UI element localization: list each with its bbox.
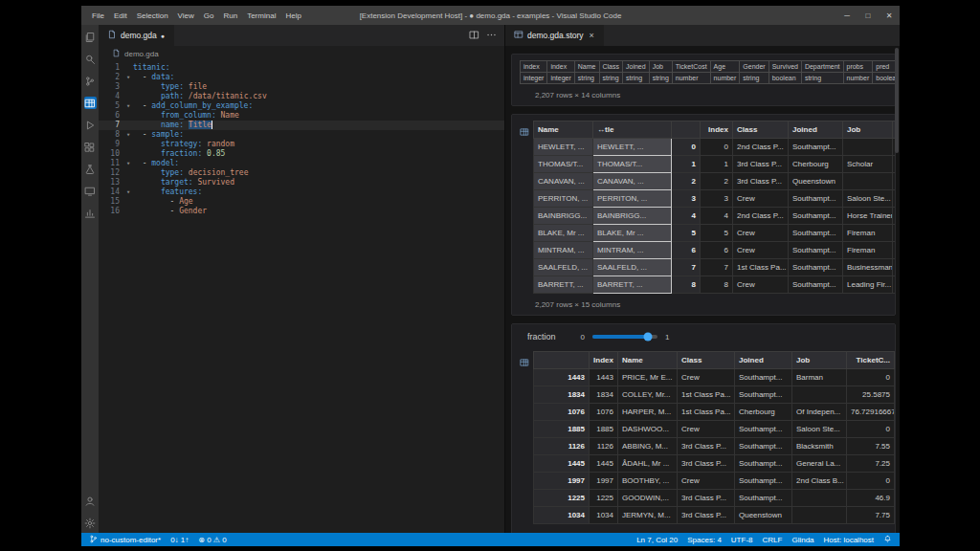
column-header[interactable]: Class: [678, 352, 735, 369]
table-row[interactable]: HEWLETT, ...HEWLETT, ...002nd Class P...…: [534, 139, 897, 156]
line-number[interactable]: 3: [99, 82, 123, 92]
fold-icon[interactable]: ▾: [123, 101, 133, 111]
line-number[interactable]: 5: [99, 101, 123, 111]
output-icon[interactable]: [84, 207, 97, 219]
column-header[interactable]: Name: [618, 352, 678, 369]
account-icon[interactable]: [84, 495, 97, 507]
table-row[interactable]: SAALFELD, ...SAALFELD, ...771st Class Pa…: [534, 259, 897, 276]
column-header[interactable]: Joined: [789, 121, 843, 139]
column-header[interactable]: Class: [733, 121, 789, 139]
menu-file[interactable]: File: [87, 11, 109, 20]
column-header[interactable]: Job: [792, 352, 847, 369]
menu-run[interactable]: Run: [218, 11, 242, 20]
table-row[interactable]: 14451445ÅDAHL, Mr ...3rd Class P...South…: [534, 455, 897, 473]
line-number[interactable]: 10: [99, 149, 123, 159]
more-actions-icon[interactable]: [486, 27, 497, 44]
column-header[interactable]: Job: [843, 121, 893, 139]
cursor-position[interactable]: Ln 7, Col 20: [636, 536, 678, 544]
table-row[interactable]: BLAKE, Mr ...BLAKE, Mr ...55CrewSouthamp…: [534, 225, 897, 242]
code-line-7[interactable]: 7 name: Title: [99, 121, 504, 130]
column-header[interactable]: [672, 121, 701, 139]
code-line-1[interactable]: 1titanic:: [99, 63, 504, 73]
testing-icon[interactable]: [84, 163, 97, 175]
notifications-bell[interactable]: [883, 535, 892, 545]
code-line-6[interactable]: 6 from_column: Name: [99, 111, 504, 121]
menu-edit[interactable]: Edit: [109, 11, 132, 20]
table-row[interactable]: BAINBRIGG...BAINBRIGG...442nd Class P...…: [534, 208, 897, 225]
source-control-icon[interactable]: [84, 75, 97, 87]
indentation[interactable]: Spaces: 4: [687, 536, 722, 544]
line-number[interactable]: 16: [99, 207, 123, 216]
close-button[interactable]: ✕: [879, 6, 900, 25]
table-row[interactable]: 10761076HARPER, M...1st Class Pa...Cherb…: [534, 404, 897, 421]
table-row[interactable]: MINTRAM, ...MINTRAM, ...66CrewSouthampt.…: [534, 242, 897, 259]
slider-thumb[interactable]: [643, 333, 652, 342]
code-line-3[interactable]: 3 type: file: [99, 82, 504, 92]
webview-scrollbar[interactable]: [895, 48, 899, 153]
encoding[interactable]: UTF-8: [731, 536, 753, 544]
settings-icon[interactable]: [84, 517, 97, 529]
split-editor-icon[interactable]: [469, 27, 479, 44]
table-row[interactable]: 19971997BOOTHBY, ...CrewSouthampt...2nd …: [534, 473, 897, 490]
code-line-14[interactable]: 14▾ features:: [99, 187, 504, 197]
menu-go[interactable]: Go: [199, 11, 219, 20]
code-line-15[interactable]: 15 - Age: [99, 197, 504, 207]
column-header[interactable]: Index: [701, 121, 733, 139]
table-row[interactable]: CANAVAN, ...CANAVAN, ...223rd Class P...…: [534, 173, 897, 190]
language-mode[interactable]: Glinda: [791, 536, 813, 544]
line-number[interactable]: 2: [99, 73, 123, 82]
code-line-16[interactable]: 16 - Gender: [99, 207, 504, 216]
data-story-extension-icon[interactable]: [84, 97, 97, 109]
tab-demo-gda-story[interactable]: demo.gda.story ×: [505, 25, 604, 46]
table-row[interactable]: 18341834COLLEY, Mr...1st Class Pa...Sout…: [534, 386, 897, 404]
menu-help[interactable]: Help: [280, 11, 305, 20]
menu-terminal[interactable]: Terminal: [242, 11, 280, 20]
eol[interactable]: CRLF: [763, 536, 783, 544]
column-header[interactable]: ↔tle: [593, 121, 672, 139]
line-number[interactable]: 9: [99, 140, 123, 149]
column-header[interactable]: Name: [534, 121, 593, 139]
remote-explorer-icon[interactable]: [84, 185, 97, 197]
column-header[interactable]: A...: [895, 352, 897, 369]
table-row[interactable]: 18851885DASHWOO...CrewSouthampt...Saloon…: [534, 421, 897, 438]
fold-icon[interactable]: ▾: [123, 130, 133, 140]
fraction-slider[interactable]: [592, 335, 657, 339]
code-line-4[interactable]: 4 path: /data/titanic.csv: [99, 92, 504, 101]
table-row[interactable]: 10341034JERMYN, M...3rd Class P...Queens…: [534, 507, 897, 524]
fold-icon[interactable]: ▾: [123, 159, 133, 168]
table-row[interactable]: 12251225GOODWIN,...3rd Class P...Southam…: [534, 490, 897, 507]
line-number[interactable]: 6: [99, 111, 123, 121]
code-line-5[interactable]: 5▾ - add_column_by_example:: [99, 101, 504, 111]
run-and-debug-icon[interactable]: [84, 119, 97, 131]
close-tab-icon[interactable]: ×: [590, 31, 594, 40]
code-line-2[interactable]: 2▾ - data:: [99, 73, 504, 82]
line-number[interactable]: 11: [99, 159, 123, 168]
extensions-icon[interactable]: [84, 141, 97, 153]
line-number[interactable]: 15: [99, 197, 123, 207]
maximize-button[interactable]: □: [858, 6, 879, 25]
branch-status[interactable]: no-custom-editor*: [89, 535, 161, 545]
explorer-icon[interactable]: [84, 31, 97, 43]
sync-status[interactable]: 0↓ 1↑: [170, 536, 189, 544]
column-header[interactable]: Index: [590, 352, 618, 369]
line-number[interactable]: 14: [99, 187, 123, 197]
line-number[interactable]: 8: [99, 130, 123, 140]
table-row[interactable]: PERRITON, ...PERRITON, ...33CrewSouthamp…: [534, 190, 897, 208]
line-number[interactable]: 4: [99, 92, 123, 101]
code-line-11[interactable]: 11▾ - model:: [99, 159, 504, 168]
column-header[interactable]: Joined: [735, 352, 792, 369]
line-number[interactable]: 13: [99, 178, 123, 187]
code-line-10[interactable]: 10 fraction: 0.85: [99, 149, 504, 159]
table-row[interactable]: BARRETT, ...BARRETT, ...88CrewSouthampt.…: [534, 276, 897, 294]
code-line-13[interactable]: 13 target: Survived: [99, 178, 504, 187]
table-row[interactable]: 14431443PRICE, Mr E...CrewSouthampt...Ba…: [534, 369, 897, 386]
problems-status[interactable]: ⊗ 0 ⚠ 0: [198, 536, 226, 544]
table-row[interactable]: 11261126ABBING, M...3rd Class P...Southa…: [534, 438, 897, 455]
code-line-8[interactable]: 8▾ - sample:: [99, 130, 504, 140]
column-header[interactable]: [534, 352, 590, 369]
minimize-button[interactable]: ─: [836, 6, 858, 25]
breadcrumb[interactable]: demo.gda: [99, 46, 504, 61]
tab-demo-gda[interactable]: demo.gda ●: [99, 25, 174, 46]
code-line-12[interactable]: 12 type: decision_tree: [99, 168, 504, 178]
host[interactable]: Host: localhost: [824, 536, 874, 544]
